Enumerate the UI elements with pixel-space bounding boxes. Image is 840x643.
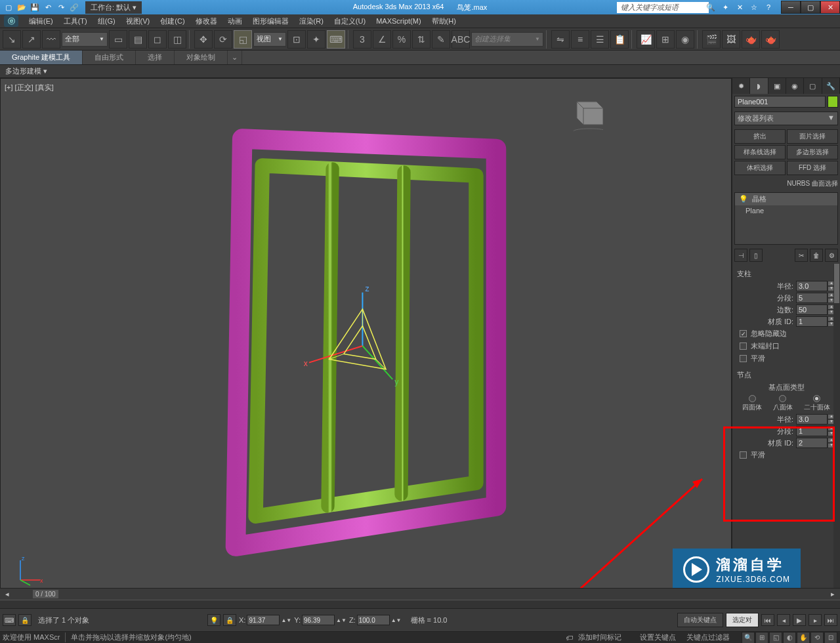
joint-matid-spinner[interactable]: ▲▼ bbox=[796, 438, 835, 448]
strut-matid-spinner[interactable]: ▲▼ bbox=[796, 316, 835, 327]
menu-create[interactable]: 创建(C) bbox=[155, 14, 190, 28]
spinner-snap-icon[interactable]: ⇅ bbox=[412, 30, 430, 49]
rotate-icon[interactable]: ⟳ bbox=[214, 30, 232, 49]
subscription-icon[interactable]: ✦ bbox=[719, 1, 731, 13]
hierarchy-tab-icon[interactable]: ▣ bbox=[768, 78, 786, 94]
remove-mod-icon[interactable]: 🗑 bbox=[810, 249, 823, 262]
joint-smooth-checkbox[interactable] bbox=[740, 451, 747, 459]
joint-segs-spinner[interactable]: ▲▼ bbox=[796, 426, 835, 436]
strut-radius-spinner[interactable]: ▲▼ bbox=[796, 281, 835, 291]
select-name-icon[interactable]: ▤ bbox=[129, 30, 147, 49]
script-btn[interactable]: ⌨ bbox=[3, 614, 16, 626]
menu-animation[interactable]: 动画 bbox=[222, 14, 247, 28]
marker-icon[interactable]: 🏷 bbox=[566, 634, 573, 642]
unlink-icon[interactable]: ↗ bbox=[22, 30, 41, 49]
add-marker-label[interactable]: 添加时间标记 bbox=[578, 633, 621, 642]
select-object-icon[interactable]: ▭ bbox=[109, 30, 127, 49]
link-icon[interactable]: 🔗 bbox=[68, 1, 80, 13]
make-unique-icon[interactable]: ✂ bbox=[795, 249, 808, 262]
configure-icon[interactable]: ⚙ bbox=[825, 249, 838, 262]
menu-customize[interactable]: 自定义(U) bbox=[329, 14, 371, 28]
lock-sel-icon[interactable]: 🔒 bbox=[223, 614, 236, 626]
coord-z-input[interactable] bbox=[357, 615, 390, 625]
tetra-radio[interactable] bbox=[749, 395, 756, 402]
percent-snap-icon[interactable]: % bbox=[392, 30, 411, 49]
setkey-button[interactable]: 设置关键点 bbox=[640, 633, 676, 642]
time-slider[interactable]: ◂ 0 / 100 ▸ bbox=[0, 588, 840, 600]
redo-icon[interactable]: ↷ bbox=[55, 1, 67, 13]
layer-manager-icon[interactable]: 📋 bbox=[610, 30, 629, 49]
mod-btn-patch[interactable]: 面片选择 bbox=[787, 129, 838, 144]
render-prod-icon[interactable]: 🫖 bbox=[761, 30, 780, 49]
goto-end-icon[interactable]: ⏭ bbox=[824, 614, 837, 626]
ribbon-expand-icon[interactable]: ⌄ bbox=[228, 51, 242, 64]
stack-item-plane[interactable]: Plane bbox=[735, 205, 837, 216]
scale-icon[interactable]: ◱ bbox=[234, 30, 252, 49]
next-frame-icon[interactable]: ▸ bbox=[808, 614, 822, 626]
goto-start-icon[interactable]: ⏮ bbox=[761, 614, 774, 626]
create-tab-icon[interactable]: ✹ bbox=[732, 78, 750, 94]
help-icon[interactable]: ? bbox=[763, 1, 774, 13]
rollout-scrollbar[interactable] bbox=[833, 264, 840, 600]
workspace-dropdown[interactable]: 工作台: 默认 ▾ bbox=[85, 1, 142, 14]
utilities-tab-icon[interactable]: 🔧 bbox=[822, 78, 840, 94]
ribbon-tab-graphite[interactable]: Graphite 建模工具 bbox=[0, 51, 83, 64]
app-menu-icon[interactable]: ⓔ bbox=[4, 15, 18, 27]
display-tab-icon[interactable]: ▢ bbox=[804, 78, 822, 94]
new-icon[interactable]: ▢ bbox=[3, 1, 14, 13]
open-icon[interactable]: 📂 bbox=[16, 1, 28, 13]
modifier-stack[interactable]: 💡晶格 Plane bbox=[734, 192, 838, 245]
mod-btn-ffd[interactable]: FFD 选择 bbox=[787, 161, 838, 175]
icosa-radio[interactable] bbox=[813, 395, 820, 402]
window-crossing-icon[interactable]: ◫ bbox=[168, 30, 186, 49]
pin-stack-icon[interactable]: ⊣ bbox=[734, 249, 747, 262]
select-link-icon[interactable]: ↘ bbox=[3, 30, 21, 49]
prev-frame-icon[interactable]: ◂ bbox=[777, 614, 790, 626]
select-region-icon[interactable]: ◻ bbox=[148, 30, 167, 49]
material-editor-icon[interactable]: ◉ bbox=[676, 30, 694, 49]
close-button[interactable]: ✕ bbox=[820, 1, 840, 14]
selected-button[interactable]: 选定对 bbox=[726, 613, 759, 627]
edit-named-sel-icon[interactable]: ✎ bbox=[432, 30, 450, 49]
lock-btn[interactable]: 🔒 bbox=[18, 614, 32, 626]
octa-radio[interactable] bbox=[779, 395, 786, 402]
undo-icon[interactable]: ↶ bbox=[42, 1, 54, 13]
keyfilter-button[interactable]: 关键点过滤器 bbox=[686, 633, 730, 642]
angle-snap-icon[interactable]: ∠ bbox=[373, 30, 391, 49]
joint-radius-spinner[interactable]: ▲▼ bbox=[796, 414, 835, 425]
menu-graph[interactable]: 图形编辑器 bbox=[247, 14, 294, 28]
object-color-swatch[interactable] bbox=[828, 96, 838, 108]
coord-x-input[interactable] bbox=[247, 615, 280, 625]
menu-render[interactable]: 渲染(R) bbox=[294, 14, 329, 28]
orbit-icon[interactable]: ⟲ bbox=[810, 632, 824, 644]
show-end-icon[interactable]: ▯ bbox=[749, 249, 763, 262]
keyboard-shortcut-icon[interactable]: ⌨ bbox=[327, 30, 345, 49]
ref-coord-dropdown[interactable]: 视图▼ bbox=[253, 32, 286, 47]
render-frame-icon[interactable]: 🖼 bbox=[722, 30, 740, 49]
mod-btn-extrude[interactable]: 挤出 bbox=[734, 129, 786, 144]
isolate-icon[interactable]: 💡 bbox=[207, 614, 220, 626]
help-search-input[interactable]: 键入关键字或短语 bbox=[617, 2, 709, 13]
menu-modifiers[interactable]: 修改器 bbox=[190, 14, 222, 28]
ignore-hidden-checkbox[interactable]: ✓ bbox=[740, 330, 747, 337]
end-caps-checkbox[interactable] bbox=[740, 342, 747, 350]
ribbon-tab-selection[interactable]: 选择 bbox=[136, 51, 175, 64]
viewport[interactable]: [+] [正交] [真实] x y z bbox=[0, 78, 732, 600]
menu-maxscript[interactable]: MAXScript(M) bbox=[371, 15, 426, 27]
move-icon[interactable]: ✥ bbox=[194, 30, 213, 49]
modifier-list-dropdown[interactable]: 修改器列表▼ bbox=[734, 112, 838, 125]
menu-group[interactable]: 组(G) bbox=[93, 14, 121, 28]
save-icon[interactable]: 💾 bbox=[29, 1, 41, 13]
max-viewport-icon[interactable]: ⊡ bbox=[824, 632, 837, 644]
pivot-icon[interactable]: ⊡ bbox=[287, 30, 306, 49]
maximize-button[interactable]: ▢ bbox=[801, 1, 820, 14]
manipulate-icon[interactable]: ✦ bbox=[307, 30, 326, 49]
mod-btn-vol[interactable]: 体积选择 bbox=[734, 161, 786, 175]
named-selection-dropdown[interactable]: 创建选择集▼ bbox=[471, 32, 543, 47]
render-setup-icon[interactable]: 🎬 bbox=[702, 30, 721, 49]
selection-filter-dropdown[interactable]: 全部▼ bbox=[62, 32, 108, 47]
menu-view[interactable]: 视图(V) bbox=[121, 14, 156, 28]
star-icon[interactable]: ☆ bbox=[748, 1, 760, 13]
exchange-icon[interactable]: ✕ bbox=[734, 1, 746, 13]
mod-btn-nurbs[interactable]: NURBS 曲面选择 bbox=[732, 177, 840, 190]
